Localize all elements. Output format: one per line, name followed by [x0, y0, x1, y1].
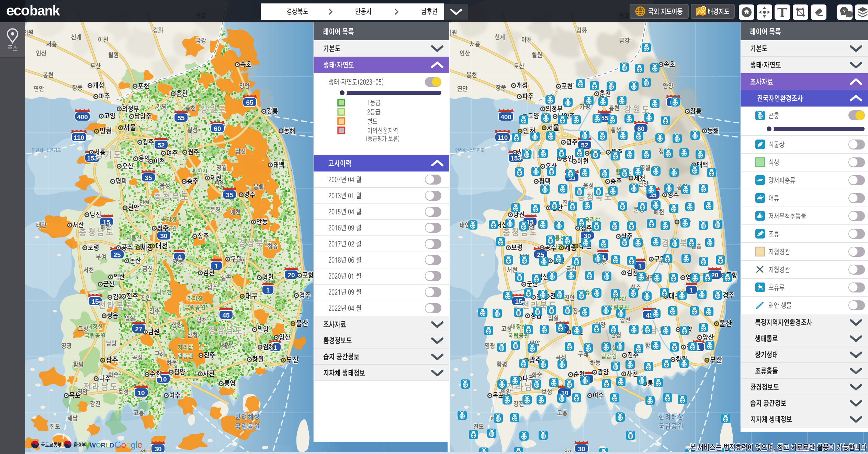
svg-text:eco: eco	[6, 2, 30, 19]
svg-text:?: ?	[843, 8, 846, 14]
svg-text:bank: bank	[30, 3, 60, 18]
svg-text:WORLD: WORLD	[90, 442, 114, 449]
svg-text:Google: Google	[114, 440, 142, 450]
